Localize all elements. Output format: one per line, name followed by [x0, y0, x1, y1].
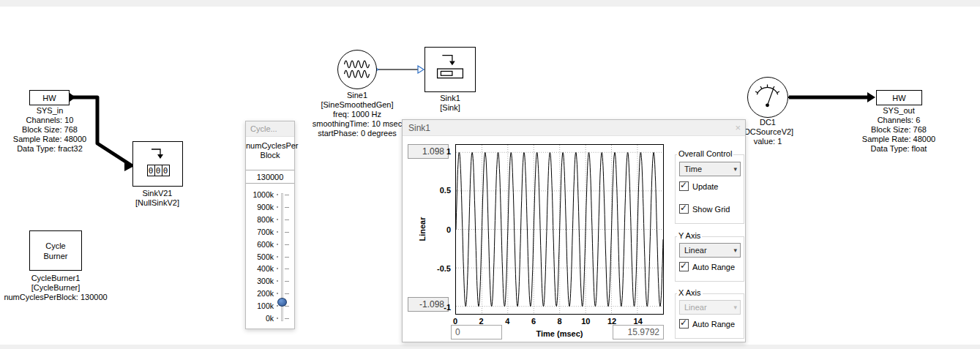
block-name-label: SYS_out: [838, 106, 960, 116]
slider-tick-label: 700k: [247, 228, 274, 236]
y-tick-label: 0: [430, 225, 451, 234]
y-axis-group-label: Y Axis: [677, 231, 702, 240]
slider-tick-label: 200k: [247, 289, 274, 298]
block-type-label: [CycleBurner]: [0, 283, 121, 293]
block-name-label: CycleBurner1: [0, 274, 121, 283]
meter-icon: [748, 78, 787, 116]
block-prop-label: Sample Rate: 48000: [838, 135, 960, 144]
x-axis-dropdown: Linear ▾: [679, 300, 741, 315]
block-prop-label: freq: 1000 Hz: [299, 110, 416, 119]
block-title-line: Cycle: [45, 241, 66, 251]
block-dc1[interactable]: [747, 77, 788, 118]
wire-arrowhead-sysout: [867, 92, 875, 102]
block-sine1[interactable]: [337, 50, 377, 89]
block-prop-label: Sample Rate: 48000: [0, 135, 111, 144]
block-sys-out[interactable]: HW: [876, 90, 922, 105]
check-icon: ✓: [680, 318, 687, 328]
window-title: Sink1: [408, 123, 430, 133]
slider-tick-label: 400k: [247, 264, 274, 273]
counter-digit: 0: [162, 165, 170, 176]
sink1-window: Sink1 × 1.098 -1.098 Linear Time (msec) …: [402, 119, 746, 342]
slider-tick-label: 800k: [247, 215, 274, 224]
y-tick-label: -1: [430, 303, 451, 312]
y-axis-label: Linear: [418, 217, 427, 241]
slider-tick-label: 500k: [247, 252, 274, 261]
x-max-input[interactable]: [613, 325, 664, 339]
slider-tick-dot: [277, 280, 278, 282]
x-axis-group-label: X Axis: [677, 288, 703, 297]
block-prop-label: startPhase: 0 degrees: [299, 129, 416, 138]
slider-scale: 1000k900k800k700k600k500k400k300k200k100…: [246, 121, 294, 329]
block-name-label: SinkV21: [99, 189, 216, 198]
block-prop-label: Block Size: 768: [838, 125, 960, 135]
block-label-sys-in: SYS_in Channels: 10 Block Size: 768 Samp…: [0, 106, 111, 154]
checkbox-box: ✓: [679, 262, 689, 271]
block-name-label: SYS_in: [0, 106, 111, 116]
slider-tick-label: 300k: [247, 277, 274, 285]
block-prop-label: Channels: 10: [0, 116, 111, 125]
checkbox-label: Auto Range: [692, 320, 735, 329]
checkbox-label: Auto Range: [692, 263, 735, 271]
dropdown-value: Linear: [684, 246, 707, 255]
x-tick-label: 12: [605, 317, 619, 326]
block-label-sine1: Sine1 [SineSmoothedGen] freq: 1000 Hz sm…: [299, 91, 416, 138]
plot-area: [455, 144, 664, 315]
overall-control-dropdown[interactable]: Time ▾: [679, 162, 741, 176]
null-sink-counter: 0 0 0: [147, 165, 169, 176]
cycleburner-slider-window: Cycle... numCyclesPer Block 130000 1000k…: [245, 121, 295, 329]
check-icon: ✓: [680, 203, 687, 213]
slider-tick-mark: [285, 195, 289, 195]
x-tick-label: 0: [448, 317, 463, 326]
x-tick-label: 8: [553, 317, 567, 326]
x-auto-range-checkbox[interactable]: ✓ Auto Range: [679, 319, 735, 329]
slider-tick-dot: [277, 256, 278, 258]
slider-tick-dot: [277, 305, 278, 307]
chevron-down-icon: ▾: [733, 247, 737, 254]
slider-tick-mark: [285, 269, 289, 269]
slider-tick-mark: [285, 306, 289, 307]
block-label-sys-out: SYS_out Channels: 6 Block Size: 768 Samp…: [838, 106, 960, 154]
slider-tick-label: 100k: [247, 301, 274, 310]
show-grid-checkbox[interactable]: ✓ Show Grid: [679, 204, 730, 214]
block-name-label: Sine1: [299, 91, 416, 100]
block-name-label: Sink1: [406, 94, 494, 103]
slider-tick-mark: [285, 257, 289, 258]
checkbox-box: ✓: [679, 204, 689, 214]
checkbox-box: ✓: [679, 319, 689, 329]
sink-arrow-icon: [132, 144, 183, 163]
sysin-output-port[interactable]: [70, 93, 75, 102]
sink1-input-port[interactable]: [418, 66, 424, 73]
block-sys-in[interactable]: HW: [29, 90, 70, 105]
x-tick-label: 10: [578, 317, 593, 326]
slider-tick-dot: [277, 293, 278, 294]
slider-tick-label: 1000k: [247, 190, 274, 199]
dropdown-value: Linear: [684, 303, 707, 312]
block-prop-label: Block Size: 768: [0, 125, 111, 135]
x-tick-label: 6: [526, 317, 541, 326]
sine-wave-icon: [338, 50, 375, 88]
y-auto-range-checkbox[interactable]: ✓ Auto Range: [679, 262, 735, 271]
slider-handle[interactable]: [277, 298, 287, 307]
slider-tick-mark: [285, 281, 289, 282]
block-cycleburner[interactable]: Cycle Burner: [29, 230, 82, 271]
slider-tick-dot: [277, 268, 278, 269]
x-min-input[interactable]: [451, 325, 502, 339]
block-sinkv21[interactable]: 0 0 0: [132, 141, 183, 187]
checkbox-label: Show Grid: [692, 205, 730, 214]
block-prop-label: Data Type: fract32: [0, 144, 111, 154]
slider-tick-dot: [277, 231, 278, 233]
block-type-label: [SineSmoothedGen]: [299, 100, 416, 110]
slider-tick-dot: [277, 244, 278, 245]
slider-tick-dot: [277, 318, 278, 319]
close-icon[interactable]: ×: [735, 122, 741, 133]
block-prop-label: Channels: 6: [838, 116, 960, 125]
slider-tick-mark: [285, 232, 289, 233]
y-axis-dropdown[interactable]: Linear ▾: [679, 243, 741, 258]
update-checkbox[interactable]: ✓ Update: [679, 181, 718, 191]
y-tick-label: -0.5: [430, 264, 451, 273]
sink1-window-titlebar[interactable]: Sink1 ×: [403, 120, 745, 136]
designer-canvas: HW SYS_in Channels: 10 Block Size: 768 S…: [0, 0, 980, 349]
slider-tick-dot: [277, 206, 278, 208]
block-prop-label: numCyclesPerBlock: 130000: [0, 293, 121, 302]
block-sink1[interactable]: [424, 47, 476, 92]
